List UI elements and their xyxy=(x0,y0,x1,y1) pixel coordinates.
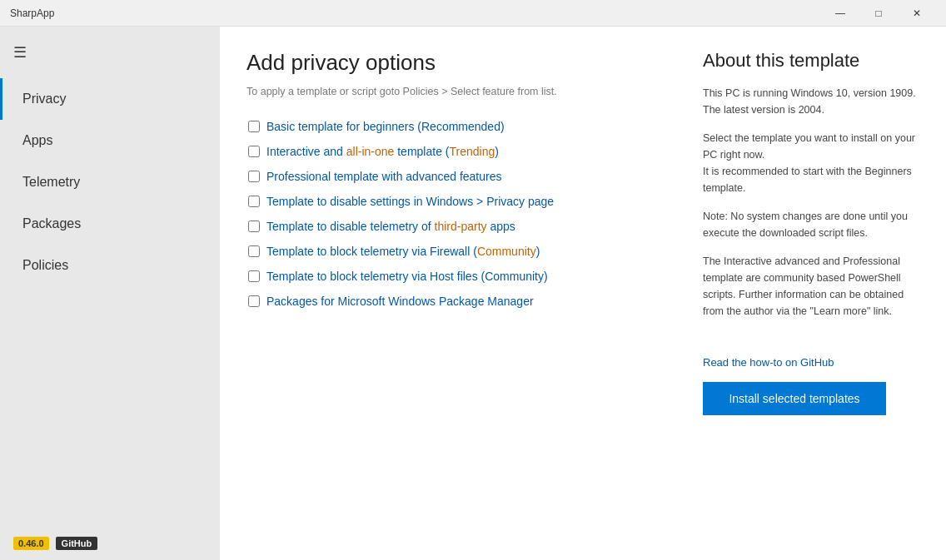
sidebar-item-packages[interactable]: Packages xyxy=(0,203,220,245)
template-checkbox-disable-settings[interactable] xyxy=(248,196,260,207)
about-info-3: Note: No system changes are done until y… xyxy=(703,208,919,241)
template-label-packages[interactable]: Packages for Microsoft Windows Package M… xyxy=(266,295,534,308)
sidebar-item-telemetry[interactable]: Telemetry xyxy=(0,161,220,203)
template-checkbox-block-firewall[interactable] xyxy=(248,245,260,257)
left-panel: Add privacy options To apply a template … xyxy=(246,50,676,537)
list-item: Basic template for beginners (Recommende… xyxy=(246,116,676,137)
template-label-basic[interactable]: Basic template for beginners (Recommende… xyxy=(266,120,505,133)
maximize-button[interactable]: □ xyxy=(859,0,898,27)
page-title: Add privacy options xyxy=(246,50,676,76)
app-title: SharpApp xyxy=(10,7,54,19)
list-item: Professional template with advanced feat… xyxy=(246,166,676,187)
list-item: Template to disable settings in Windows … xyxy=(246,191,676,212)
template-checkbox-professional[interactable] xyxy=(248,171,260,182)
template-label-disable-settings[interactable]: Template to disable settings in Windows … xyxy=(266,195,554,208)
list-item: Interactive and all-in-one template (Tre… xyxy=(246,141,676,162)
sidebar: ☰ Privacy Apps Telemetry Packages Polici… xyxy=(0,27,220,560)
template-label-block-firewall[interactable]: Template to block telemetry via Firewall… xyxy=(266,245,540,258)
sidebar-item-privacy[interactable]: Privacy xyxy=(0,78,220,120)
app-body: ☰ Privacy Apps Telemetry Packages Polici… xyxy=(0,27,946,560)
list-item: Template to disable telemetry of third-p… xyxy=(246,216,676,237)
about-title: About this template xyxy=(703,50,919,72)
close-button[interactable]: ✕ xyxy=(898,0,936,27)
install-button[interactable]: Install selected templates xyxy=(703,382,886,415)
about-info-4: The Interactive advanced and Professiona… xyxy=(703,253,919,320)
about-info-1: This PC is running Windows 10, version 1… xyxy=(703,85,919,118)
template-label-disable-telemetry[interactable]: Template to disable telemetry of third-p… xyxy=(266,220,515,233)
list-item: Template to block telemetry via Firewall… xyxy=(246,240,676,262)
title-bar: SharpApp — □ ✕ xyxy=(0,0,946,27)
template-label-interactive[interactable]: Interactive and all-in-one template (Tre… xyxy=(266,145,499,158)
list-item: Packages for Microsoft Windows Package M… xyxy=(246,290,676,312)
github-badge[interactable]: GitHub xyxy=(56,537,98,550)
template-checkbox-packages[interactable] xyxy=(248,295,260,307)
about-actions: Read the how-to on GitHub Install select… xyxy=(703,331,919,415)
sidebar-item-apps[interactable]: Apps xyxy=(0,120,220,161)
template-checkbox-interactive[interactable] xyxy=(248,146,260,157)
template-checkbox-basic[interactable] xyxy=(248,121,260,132)
sidebar-item-policies[interactable]: Policies xyxy=(0,245,220,286)
list-item: Template to block telemetry via Host fil… xyxy=(246,265,676,287)
minimize-button[interactable]: — xyxy=(821,0,859,27)
main-content: Add privacy options To apply a template … xyxy=(220,27,946,560)
subtitle: To apply a template or script goto Polic… xyxy=(246,86,676,97)
hamburger-menu[interactable]: ☰ xyxy=(0,35,220,70)
hamburger-icon: ☰ xyxy=(13,43,27,62)
template-label-block-hosts[interactable]: Template to block telemetry via Host fil… xyxy=(266,270,548,283)
template-label-professional[interactable]: Professional template with advanced feat… xyxy=(266,170,502,183)
sidebar-footer: 0.46.0 GitHub xyxy=(0,527,220,560)
window-controls: — □ ✕ xyxy=(821,0,936,27)
version-badge: 0.46.0 xyxy=(13,537,49,550)
right-panel: About this template This PC is running W… xyxy=(703,50,919,537)
template-checkbox-disable-telemetry[interactable] xyxy=(248,221,260,232)
template-list: Basic template for beginners (Recommende… xyxy=(246,116,676,312)
about-info-2: Select the template you want to install … xyxy=(703,130,919,196)
github-link[interactable]: Read the how-to on GitHub xyxy=(703,356,834,369)
template-checkbox-block-hosts[interactable] xyxy=(248,270,260,282)
